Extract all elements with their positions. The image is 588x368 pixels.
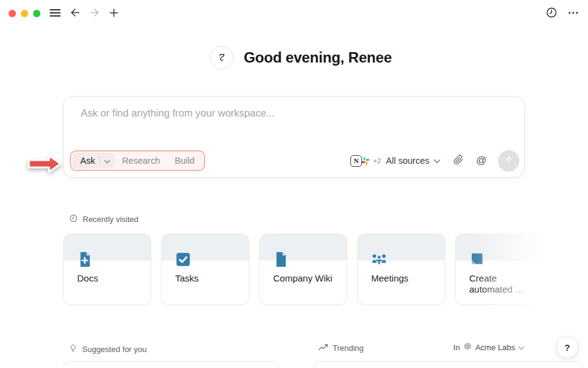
recent-card-meetings[interactable]: Meetings (357, 234, 445, 305)
workspace-logo-icon (463, 342, 472, 353)
card-title: Meetings (371, 273, 434, 284)
ask-toolbar-right: N +2 All sources (347, 150, 519, 172)
app-window: Good evening, Renee Ask or find anything… (0, 0, 588, 368)
plus-icon (108, 7, 119, 20)
chevron-down-icon (518, 343, 524, 352)
scope-prefix: In (453, 343, 460, 352)
send-button[interactable] (498, 150, 519, 172)
history-button[interactable] (543, 5, 560, 22)
recent-card-create-automated[interactable]: Create automated ... (455, 234, 543, 305)
window-controls (9, 10, 40, 17)
arrow-right-icon (89, 7, 100, 20)
trending-card[interactable] (314, 361, 583, 368)
template-icon (469, 251, 485, 267)
mode-research-button[interactable]: Research (115, 153, 167, 168)
card-title: Docs (77, 273, 140, 284)
title-bar (0, 0, 588, 27)
card-title: Create automated ... (469, 273, 532, 295)
people-icon (371, 251, 387, 267)
workspace-name: Acme Labs (475, 343, 515, 352)
hamburger-icon (50, 9, 61, 19)
paperclip-icon (453, 155, 464, 167)
more-button[interactable] (565, 5, 582, 22)
recently-visited-title: Recently visited (83, 215, 138, 224)
mention-button[interactable]: @ (472, 151, 491, 170)
arrow-left-icon (69, 7, 81, 20)
doc-plus-icon (77, 251, 93, 267)
notion-letter: N (353, 157, 358, 164)
forward-button[interactable] (86, 5, 103, 22)
sidebar-toggle-button[interactable] (47, 5, 64, 22)
sources-overflow-count: +2 (373, 157, 381, 164)
minimize-window-button[interactable] (21, 10, 28, 17)
ask-toolbar: Ask Research Build N (70, 149, 519, 172)
pill-divider (99, 156, 100, 165)
notion-icon: N (350, 155, 362, 167)
checkbox-icon (175, 251, 191, 267)
card-title: Company Wiki (273, 273, 336, 284)
card-title: Tasks (175, 273, 238, 284)
mode-ask-button[interactable]: Ask (72, 153, 115, 169)
trending-up-icon (318, 343, 328, 353)
trending-title: Trending (333, 343, 364, 353)
sources-label: All sources (386, 156, 429, 166)
ellipsis-icon (568, 7, 579, 20)
mode-ask-label: Ask (80, 156, 95, 166)
chevron-down-icon[interactable] (104, 155, 110, 166)
close-window-button[interactable] (9, 10, 16, 17)
suggested-title: Suggested for you (82, 345, 147, 354)
ai-face-icon (210, 46, 233, 69)
lightbulb-icon (69, 343, 77, 355)
suggested-header: Suggested for you (69, 343, 147, 355)
recent-card-tasks[interactable]: Tasks (161, 234, 249, 305)
suggested-card[interactable] (63, 361, 279, 368)
back-button[interactable] (66, 5, 83, 22)
mode-switcher: Ask Research Build (70, 150, 205, 171)
source-icons: N (350, 155, 371, 167)
chevron-down-icon (434, 156, 440, 166)
ask-input-card: Ask or find anything from your workspace… (63, 96, 525, 178)
workspace-scope-selector[interactable]: In Acme Labs (453, 342, 524, 353)
greeting-title: Good evening, Renee (244, 49, 392, 66)
recent-card-company-wiki[interactable]: Company Wiki (259, 234, 347, 305)
ask-input[interactable]: Ask or find anything from your workspace… (81, 107, 274, 119)
new-tab-button[interactable] (105, 5, 123, 22)
sources-selector[interactable]: N +2 All sources (347, 153, 444, 169)
recently-visited-cards: Docs Tasks Company Wiki (63, 234, 543, 305)
annotation-arrow-icon (27, 151, 62, 176)
at-icon: @ (476, 155, 486, 167)
recently-visited-header: Recently visited (69, 214, 138, 224)
greeting: Good evening, Renee (210, 46, 392, 69)
mode-build-button[interactable]: Build (167, 153, 202, 168)
page-icon (273, 251, 289, 267)
arrow-up-icon (503, 155, 514, 167)
recent-card-docs[interactable]: Docs (63, 234, 151, 305)
trending-header: Trending (318, 343, 364, 353)
clock-icon (546, 7, 557, 20)
maximize-window-button[interactable] (33, 10, 40, 17)
attach-button[interactable] (449, 151, 467, 170)
clock-icon (69, 214, 78, 224)
help-button[interactable]: ? (556, 336, 578, 358)
